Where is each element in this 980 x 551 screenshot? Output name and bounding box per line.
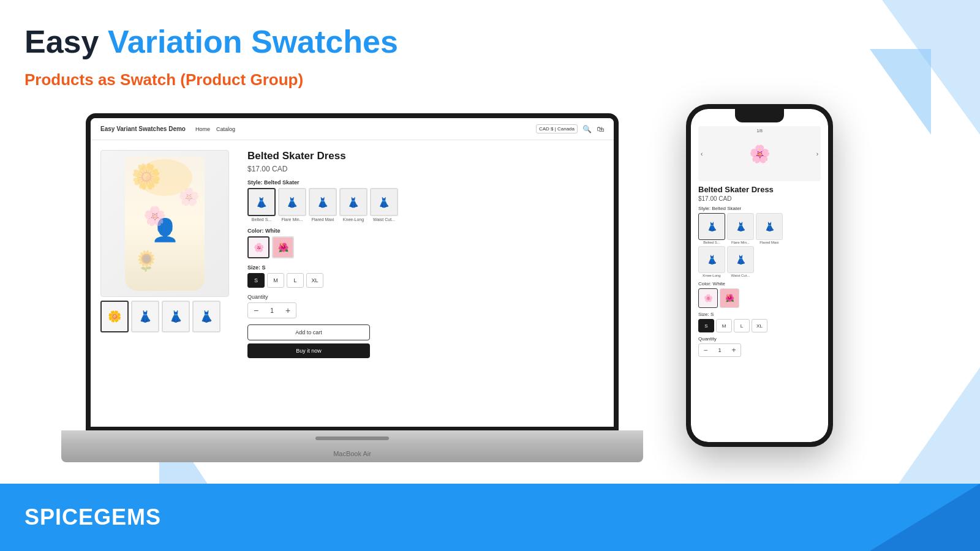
style-swatch-section: Style: Belted Skater 👗 Belted S... 👗 Fla…: [247, 179, 604, 222]
company-logo: SPICEGEMS: [24, 504, 161, 530]
phone-product-price: $17.00 CAD: [698, 195, 821, 202]
macbook-screen-body: Easy Variant Swatches Demo Home Catalog …: [86, 113, 619, 432]
phone-qty-decrease[interactable]: −: [699, 344, 712, 356]
phone-style-swatch-1[interactable]: 👗 Belted S...: [698, 213, 725, 244]
phone-style-swatch-4[interactable]: 👗 Knee-Long: [698, 246, 725, 277]
deco-triangle-3: [894, 367, 980, 490]
phone-color-white[interactable]: 🌸: [698, 288, 718, 308]
color-swatch-pink[interactable]: 🌺: [272, 236, 294, 258]
phone-prev-image[interactable]: ‹: [701, 151, 703, 157]
style-swatch-name-4: Knee-Long: [339, 217, 368, 222]
phone-quantity-label: Quantity: [698, 336, 821, 342]
search-icon[interactable]: 🔍: [582, 125, 592, 133]
phone-size-m[interactable]: M: [716, 319, 732, 332]
quantity-value: 1: [264, 307, 280, 314]
size-l[interactable]: L: [287, 273, 304, 288]
style-swatch-name-5: Waist Cut...: [370, 217, 398, 222]
quantity-decrease[interactable]: −: [248, 303, 264, 318]
macbook-base: MacBook Air: [61, 430, 643, 462]
thumbnail-4[interactable]: 👗: [192, 301, 221, 332]
color-label: Color: White: [247, 228, 604, 234]
color-swatch-white[interactable]: 🌸: [247, 236, 270, 258]
phone-image-nav: ‹ ›: [698, 151, 821, 157]
page-header: Easy Variation Swatches Products as Swat…: [24, 24, 398, 89]
style-swatch-3[interactable]: 👗 Flared Maxi: [309, 188, 337, 222]
store-main: 🌼 🌸 🌻 👤 🌼 👗 👗 👗 Be: [91, 140, 614, 427]
store-logo: Easy Variant Swatches Demo: [100, 126, 186, 132]
phone-color-section: Color: White 🌸 🌺: [698, 281, 821, 308]
bottom-deco-triangle: [870, 484, 980, 551]
style-swatches: 👗 Belted S... 👗 Flare Min... 👗 Flared Ma…: [247, 188, 604, 222]
phone-size-l[interactable]: L: [734, 319, 750, 332]
phone-color-label: Color: White: [698, 281, 821, 287]
phone-image-counter: 1/8: [756, 129, 763, 133]
quantity-control: − 1 +: [247, 302, 296, 318]
title-bold: Easy: [24, 24, 99, 59]
size-xl[interactable]: XL: [306, 273, 323, 288]
store-navbar: Easy Variant Swatches Demo Home Catalog …: [91, 118, 614, 140]
phone-size-section: Size: S S M L XL: [698, 312, 821, 332]
product-image-section: 🌼 🌸 🌻 👤 🌼 👗 👗 👗: [100, 150, 235, 417]
size-swatches: S M L XL: [247, 273, 604, 288]
phone-style-section: Style: Belted Skater 👗 Belted S... 👗 Fla…: [698, 206, 821, 277]
size-m[interactable]: M: [267, 273, 284, 288]
macbook-screen: Easy Variant Swatches Demo Home Catalog …: [91, 118, 614, 427]
style-swatch-name-2: Flare Min...: [278, 217, 306, 222]
phone-next-image[interactable]: ›: [816, 151, 818, 157]
product-thumbnails: 🌼 👗 👗 👗: [100, 301, 235, 332]
thumbnail-1[interactable]: 🌼: [100, 301, 129, 332]
phone-qty-increase[interactable]: +: [727, 344, 741, 356]
phone-quantity-section: Quantity − 1 +: [698, 336, 821, 357]
quantity-label: Quantity: [247, 294, 604, 300]
phone-size-s[interactable]: S: [698, 319, 714, 332]
color-swatches: 🌸 🌺: [247, 236, 604, 258]
store-nav-home[interactable]: Home: [195, 126, 210, 132]
phone-quantity-control: − 1 +: [698, 343, 741, 357]
phone-style-swatch-2[interactable]: 👗 Flare Min...: [727, 213, 754, 244]
quantity-section: Quantity − 1 +: [247, 294, 604, 318]
bottom-bar: SPICEGEMS: [0, 484, 980, 551]
add-to-cart-button[interactable]: Add to cart: [247, 324, 370, 340]
phone-size-swatches: S M L XL: [698, 319, 821, 332]
color-swatch-section: Color: White 🌸 🌺: [247, 228, 604, 258]
thumbnail-3[interactable]: 👗: [162, 301, 190, 332]
style-swatch-img-2: 👗: [278, 188, 306, 216]
style-swatch-img-4: 👗: [339, 188, 368, 216]
phone-product-image: 🌸 ‹ › 1/8: [698, 126, 821, 181]
phone-qty-value: 1: [712, 347, 727, 353]
style-swatch-2[interactable]: 👗 Flare Min...: [278, 188, 306, 222]
style-swatch-1[interactable]: 👗 Belted S...: [247, 188, 276, 222]
style-swatch-img-1: 👗: [247, 188, 276, 216]
phone-product-title: Belted Skater Dress: [698, 185, 821, 194]
product-title: Belted Skater Dress: [247, 150, 604, 162]
phone-style-swatch-3[interactable]: 👗 Flared Maxi: [756, 213, 783, 244]
store-nav-links: Home Catalog: [195, 126, 536, 132]
style-swatch-img-5: 👗: [370, 188, 398, 216]
style-swatch-5[interactable]: 👗 Waist Cut...: [370, 188, 398, 222]
phone-color-pink[interactable]: 🌺: [720, 288, 739, 308]
store-nav-catalog[interactable]: Catalog: [216, 126, 235, 132]
product-price: $17.00 CAD: [247, 165, 604, 173]
phone-size-xl[interactable]: XL: [752, 319, 767, 332]
phone-store-content: 🌸 ‹ › 1/8 Belted Skater Dress $17.00 CAD…: [691, 109, 828, 442]
page-title: Easy Variation Swatches: [24, 24, 398, 59]
phone-style-swatch-5[interactable]: 👗 Waist Cut...: [727, 246, 754, 277]
page-subtitle: Products as Swatch (Product Group): [24, 70, 398, 89]
phone-notch: [735, 109, 784, 122]
style-swatch-4[interactable]: 👗 Knee-Long: [339, 188, 368, 222]
phone-screen: 🌸 ‹ › 1/8 Belted Skater Dress $17.00 CAD…: [691, 109, 828, 442]
size-s[interactable]: S: [247, 273, 265, 288]
phone-color-swatches: 🌸 🌺: [698, 288, 821, 308]
thumbnail-2[interactable]: 👗: [131, 301, 159, 332]
phone-style-swatches-row1: 👗 Belted S... 👗 Flare Min... 👗 Flared Ma…: [698, 213, 821, 244]
phone-body: 🌸 ‹ › 1/8 Belted Skater Dress $17.00 CAD…: [686, 104, 833, 447]
quantity-increase[interactable]: +: [280, 303, 296, 318]
phone-size-label: Size: S: [698, 312, 821, 317]
store-nav-right: CAD $ | Canada 🔍 🛍: [536, 124, 604, 133]
dress-image: 🌼 🌸 🌻 👤: [125, 156, 205, 291]
cart-icon[interactable]: 🛍: [597, 125, 604, 133]
store-currency[interactable]: CAD $ | Canada: [536, 124, 578, 133]
buy-now-button[interactable]: Buy it now: [247, 343, 370, 358]
deco-triangle-2: [870, 49, 931, 135]
phone-mockup: 🌸 ‹ › 1/8 Belted Skater Dress $17.00 CAD…: [686, 104, 833, 447]
